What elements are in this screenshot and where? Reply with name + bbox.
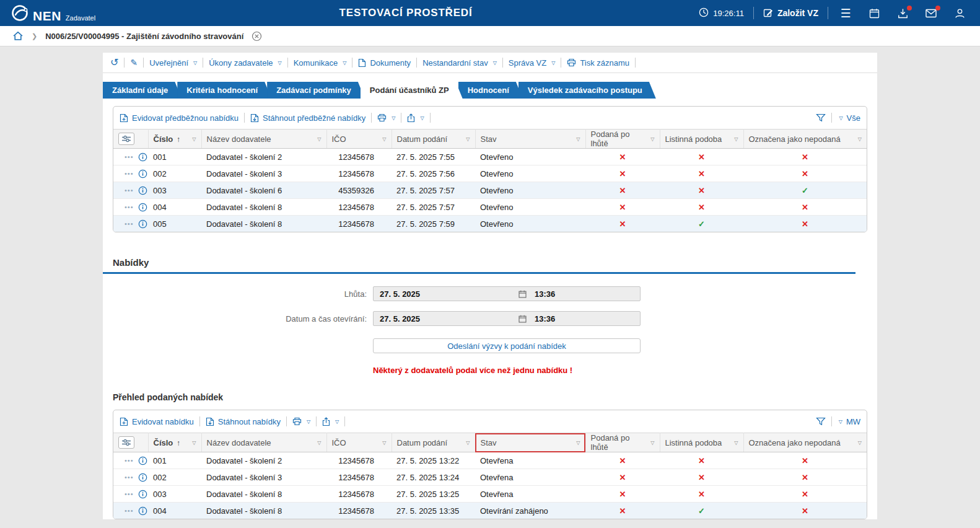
row-menu-button[interactable]: •••	[125, 221, 134, 227]
row-menu-button[interactable]: •••	[125, 154, 134, 161]
filter-caret-icon[interactable]: ▽	[317, 136, 321, 142]
info-icon[interactable]	[138, 219, 147, 229]
export-table-button[interactable]: ▽	[407, 113, 424, 123]
info-icon[interactable]	[138, 506, 147, 516]
column-header-oznacena-jako-nepodana[interactable]: Označena jako nepodaná▽	[743, 433, 867, 452]
column-header-ico[interactable]: IČO▽	[326, 433, 392, 452]
stahnout-nabidky-button[interactable]: Stáhnout nabídky	[206, 417, 281, 426]
view-dropdown-icon[interactable]: ▽	[839, 115, 842, 121]
user-profile-icon[interactable]	[945, 0, 974, 26]
evidovat-predbeznou-nabidku-button[interactable]: Evidovat předběžnou nabídku	[120, 113, 238, 123]
print-table-button[interactable]: ▽	[292, 417, 310, 426]
history-icon[interactable]: ↺	[110, 58, 118, 68]
nen-logo[interactable]: NEN Zadavatel	[11, 4, 95, 22]
filter-caret-icon[interactable]: ▽	[734, 440, 738, 446]
tab-zakladni-udaje[interactable]: Základní údaje	[103, 82, 182, 99]
filter-caret-icon[interactable]: ▽	[466, 440, 470, 446]
info-icon[interactable]	[138, 152, 147, 162]
filter-funnel-icon[interactable]	[816, 417, 826, 426]
filter-caret-icon[interactable]: ▽	[734, 136, 738, 142]
calendar-icon[interactable]	[860, 0, 888, 26]
menu-hamburger-icon[interactable]: ☰	[831, 0, 860, 26]
view-selector[interactable]: MW	[846, 417, 860, 426]
otevirani-datetime-field[interactable]: 27. 5. 2025 13:36	[373, 311, 641, 326]
table-row[interactable]: •••002Dodavatel - školení 31234567827. 5…	[113, 469, 867, 486]
print-table-button[interactable]: ▽	[377, 113, 395, 122]
lhuta-datetime-field[interactable]: 27. 5. 2025 13:36	[373, 286, 641, 301]
messages-icon[interactable]	[917, 0, 945, 26]
view-dropdown-icon[interactable]: ▽	[839, 419, 842, 425]
column-header-podana-po-lhute[interactable]: Podaná po lhůtě▽	[585, 130, 660, 149]
table-row[interactable]: •••002Dodavatel - školení 31234567827. 5…	[113, 165, 867, 182]
stahnout-predbezne-nabidky-button[interactable]: Stáhnout předběžné nabídky	[250, 113, 365, 123]
tab-hodnoceni[interactable]: Hodnocení	[458, 82, 523, 99]
column-header-stav[interactable]: Stav▽	[475, 433, 585, 452]
filter-funnel-icon[interactable]	[816, 113, 826, 122]
table-row[interactable]: •••003Dodavatel - školení 81234567827. 5…	[113, 486, 867, 503]
filter-caret-icon[interactable]: ▽	[576, 440, 580, 446]
column-header-listinna-podoba[interactable]: Listinná podoba▽	[660, 130, 743, 149]
column-header-cislo[interactable]: Číslo ↑▽	[148, 130, 201, 149]
info-icon[interactable]	[138, 186, 147, 195]
tab-zadavaci-podminky[interactable]: Zadávací podmínky	[267, 82, 365, 99]
toolbar-action-tisk-zaznamu[interactable]: Tisk záznamu	[567, 58, 629, 68]
filter-caret-icon[interactable]: ▽	[466, 136, 470, 142]
toolbar-action-uverejneni[interactable]: Uveřejnění▽	[149, 58, 197, 68]
column-header-ico[interactable]: IČO▽	[326, 130, 392, 149]
row-menu-button[interactable]: •••	[125, 457, 134, 464]
column-header-stav[interactable]: Stav▽	[475, 130, 585, 149]
row-menu-button[interactable]: •••	[125, 204, 134, 211]
column-settings-button[interactable]	[118, 133, 134, 145]
row-menu-button[interactable]: •••	[125, 491, 134, 498]
column-header-datum-podani[interactable]: Datum podání▽	[392, 433, 475, 452]
table-row[interactable]: •••001Dodavatel - školení 21234567827. 5…	[113, 149, 867, 165]
send-invitation-button[interactable]: Odeslání výzvy k podání nabídek	[373, 338, 641, 353]
row-menu-button[interactable]: •••	[125, 474, 134, 481]
filter-caret-icon[interactable]: ▽	[650, 440, 654, 446]
otevirani-date-value[interactable]: 27. 5. 2025	[374, 314, 515, 323]
row-menu-button[interactable]: •••	[125, 187, 134, 194]
table-row[interactable]: •••001Dodavatel - školení 21234567827. 5…	[113, 452, 867, 469]
filter-caret-icon[interactable]: ▽	[317, 440, 321, 446]
filter-caret-icon[interactable]: ▽	[382, 136, 386, 142]
row-menu-button[interactable]: •••	[125, 170, 134, 177]
table-row[interactable]: •••003Dodavatel - školení 64535932627. 5…	[113, 182, 867, 199]
export-table-button[interactable]: ▽	[322, 417, 339, 426]
filter-caret-icon[interactable]: ▽	[576, 136, 580, 142]
info-icon[interactable]	[138, 203, 147, 212]
tab-vysledek-zadavaciho-postupu[interactable]: Výsledek zadávacího postupu	[518, 82, 656, 99]
toolbar-action-dokumenty[interactable]: Dokumenty	[358, 58, 411, 68]
lhuta-date-value[interactable]: 27. 5. 2025	[374, 289, 515, 299]
lhuta-time-value[interactable]: 13:36	[530, 289, 640, 299]
tab-podani-ucastniku-zp[interactable]: Podání účastníků ZP	[361, 82, 463, 99]
toolbar-action-ukony-zadavatele[interactable]: Úkony zadavatele▽	[209, 58, 282, 68]
column-header-cislo[interactable]: Číslo ↑▽	[148, 433, 201, 452]
evidovat-nabidku-button[interactable]: Evidovat nabídku	[120, 417, 194, 426]
table-row[interactable]: •••004Dodavatel - školení 81234567827. 5…	[113, 503, 867, 519]
downloads-icon[interactable]	[888, 0, 917, 26]
filter-caret-icon[interactable]: ▽	[382, 440, 386, 446]
filter-caret-icon[interactable]: ▽	[858, 136, 862, 142]
table-row[interactable]: •••005Dodavatel - školení 81234567827. 5…	[113, 216, 867, 232]
view-selector[interactable]: Vše	[847, 113, 860, 123]
toolbar-action-sprava-vz[interactable]: Správa VZ▽	[509, 58, 556, 68]
create-vz-button[interactable]: Založit VZ	[763, 7, 818, 19]
tab-kriteria-hodnoceni[interactable]: Kritéria hodnocení	[177, 82, 271, 99]
edit-pencil-icon[interactable]: ✎	[130, 58, 138, 67]
otevirani-time-value[interactable]: 13:36	[530, 314, 640, 323]
info-icon[interactable]	[138, 473, 147, 482]
column-header-listinna-podoba[interactable]: Listinná podoba▽	[660, 433, 743, 452]
filter-caret-icon[interactable]: ▽	[858, 440, 862, 446]
toolbar-action-komunikace[interactable]: Komunikace▽	[294, 58, 347, 68]
info-icon[interactable]	[138, 169, 147, 178]
column-settings-button[interactable]	[118, 436, 134, 449]
column-header-nazev-dodavatele[interactable]: Název dodavatele▽	[201, 433, 326, 452]
calendar-icon[interactable]	[515, 315, 530, 323]
info-icon[interactable]	[138, 456, 147, 465]
filter-caret-icon[interactable]: ▽	[192, 136, 196, 142]
column-header-nazev-dodavatele[interactable]: Název dodavatele▽	[201, 130, 326, 149]
column-header-podana-po-lhute[interactable]: Podaná po lhůtě▽	[585, 433, 660, 452]
calendar-icon[interactable]	[515, 290, 530, 298]
breadcrumb-item[interactable]: N006/25/V00004995 - Zajištění závodního …	[45, 32, 243, 41]
toolbar-action-nestandardni-stav[interactable]: Nestandardní stav▽	[422, 58, 497, 68]
